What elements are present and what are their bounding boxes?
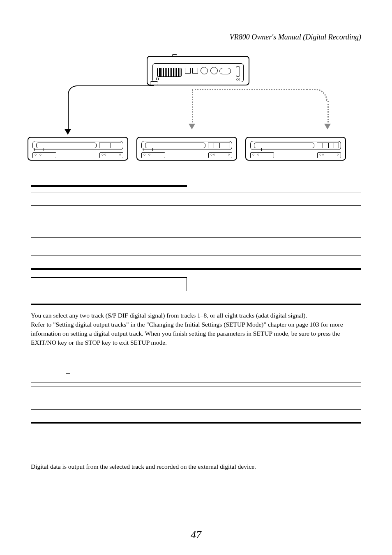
connection-diagram: C€ — [56, 56, 336, 161]
page-header: VR800 Owner's Manual (Digital Recording) — [31, 33, 361, 41]
footer-paragraph: Digital data is output from the selected… — [31, 462, 361, 471]
text-box-with-dash — [31, 353, 361, 382]
vr800-unit-icon: C€ — [147, 56, 249, 85]
section-divider — [31, 185, 187, 187]
arrow-icon — [324, 124, 331, 129]
section-divider — [31, 304, 361, 305]
empty-box — [31, 193, 361, 206]
empty-box — [31, 211, 361, 238]
arrow-icon — [65, 129, 71, 135]
external-device-icon — [245, 137, 346, 161]
empty-box — [31, 277, 187, 291]
section-divider — [31, 422, 361, 424]
section-divider — [31, 268, 361, 270]
empty-box — [31, 243, 361, 256]
external-device-icon — [28, 137, 128, 161]
page-number: 47 — [0, 529, 392, 541]
body-paragraph: You can select any two track (S/P DIF di… — [31, 311, 361, 347]
external-device-icon — [136, 137, 237, 161]
empty-box — [31, 387, 361, 410]
arrow-icon — [189, 124, 195, 129]
